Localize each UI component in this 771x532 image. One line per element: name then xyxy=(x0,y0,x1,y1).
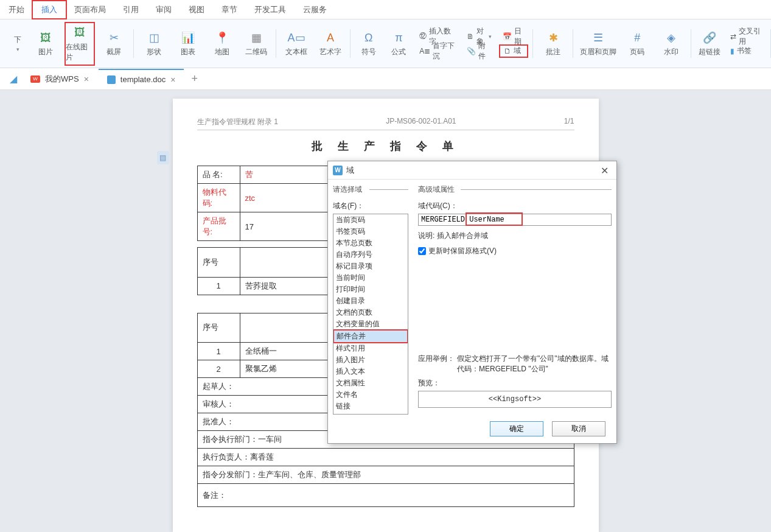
advanced-label: 高级域属性 xyxy=(418,184,612,195)
field-list-item[interactable]: 本节总页数 xyxy=(333,237,408,249)
cancel-button[interactable]: 取消 xyxy=(552,421,605,436)
field-list-item[interactable]: 当前页码 xyxy=(333,214,408,226)
comment-icon: ✱ xyxy=(545,30,561,46)
tab-mywps[interactable]: W 我的WPS × xyxy=(22,69,97,89)
shapes-icon: ◫ xyxy=(146,30,162,46)
ok-button[interactable]: 确定 xyxy=(490,421,543,436)
field-list-item[interactable]: 邮件合并 xyxy=(333,329,408,343)
new-tab-button[interactable]: + xyxy=(185,72,204,85)
ribbon-dropcap[interactable]: A≣首字下沉 xyxy=(416,44,459,58)
menu-insert[interactable]: 插入 xyxy=(32,0,67,19)
menu-cloud[interactable]: 云服务 xyxy=(295,0,335,19)
ribbon-symbol[interactable]: Ω符号 xyxy=(355,22,382,66)
ribbon-online-picture[interactable]: 🖼在线图片 xyxy=(65,22,95,66)
field-list-item[interactable]: 文档的页数 xyxy=(333,307,408,318)
close-icon[interactable]: × xyxy=(170,75,175,85)
wps-w-icon: W xyxy=(333,166,343,175)
ribbon-field[interactable]: 🗋域 xyxy=(499,44,528,58)
field-list-item[interactable]: 书签页码 xyxy=(333,226,408,237)
doc-icon xyxy=(107,75,116,84)
field-list-item[interactable]: 打印时间 xyxy=(333,284,408,295)
ribbon-pagenum[interactable]: #页码 xyxy=(622,22,652,66)
pagenum-icon: # xyxy=(629,30,645,46)
dialog-close-button[interactable]: ✕ xyxy=(601,165,612,176)
outline-icon[interactable]: ▤ xyxy=(157,151,169,164)
bookmark-icon: ▮ xyxy=(730,47,734,55)
description-label: 说明: 插入邮件合并域 xyxy=(418,231,612,241)
field-list-item[interactable]: 链接 xyxy=(333,401,408,412)
ribbon-comment[interactable]: ✱批注 xyxy=(538,22,568,66)
field-dialog: W 域 ✕ 请选择域 域名(F)： 当前页码书签页码本节总页数自动序列号标记目录… xyxy=(327,161,617,444)
menu-start[interactable]: 开始 xyxy=(0,0,33,19)
field-icon: 🗋 xyxy=(504,47,511,55)
wordart-icon: A xyxy=(323,30,338,46)
ribbon-map[interactable]: 📍地图 xyxy=(207,22,237,66)
ribbon-chart[interactable]: 📊图表 xyxy=(173,22,203,66)
field-list-item[interactable]: 样式引用 xyxy=(333,343,408,354)
ribbon-attachment[interactable]: 📎附件 xyxy=(463,44,495,58)
page-header: 生产指令管理规程 附录 1 JP-MS06-002-01.A01 1/1 xyxy=(197,117,574,130)
ribbon-down[interactable]: 下▾ xyxy=(9,22,27,66)
field-list-item[interactable]: 文档属性 xyxy=(333,377,408,389)
tab-template-doc[interactable]: template.doc × xyxy=(99,69,184,89)
ribbon-screenshot[interactable]: ✂截屏 xyxy=(99,22,129,66)
document-title: 批 生 产 指 令 单 xyxy=(197,139,574,153)
field-list-item[interactable]: 当前时间 xyxy=(333,272,408,284)
ribbon-picture[interactable]: 🖼图片 xyxy=(30,22,61,66)
close-icon[interactable]: × xyxy=(84,74,89,84)
menu-view[interactable]: 视图 xyxy=(180,0,213,19)
fieldname-label: 域名(F)： xyxy=(333,201,408,211)
header-footer-icon: ☰ xyxy=(590,30,606,46)
dialog-titlebar[interactable]: W 域 ✕ xyxy=(328,161,616,180)
field-list-item[interactable]: 创建目录 xyxy=(333,295,408,307)
scissors-icon: ✂ xyxy=(106,30,122,46)
ribbon-header-footer[interactable]: ☰页眉和页脚 xyxy=(578,22,618,66)
menu-reference[interactable]: 引用 xyxy=(114,0,147,19)
menu-bar: 开始 插入 页面布局 引用 审阅 视图 章节 开发工具 云服务 xyxy=(0,0,771,19)
example-label: 应用举例： xyxy=(418,354,455,374)
ribbon-bookmark[interactable]: ▮书签 xyxy=(727,44,766,58)
ribbon-shape[interactable]: ◫形状 xyxy=(139,22,169,66)
menu-chapter[interactable]: 章节 xyxy=(213,0,246,19)
calendar-icon: 📅 xyxy=(503,32,512,41)
ribbon-hyperlink[interactable]: 🔗超链接 xyxy=(696,22,723,66)
ribbon-watermark[interactable]: ◈水印 xyxy=(656,22,686,66)
field-listbox[interactable]: 当前页码书签页码本节总页数自动序列号标记目录项当前时间打印时间创建目录文档的页数… xyxy=(333,214,408,415)
ribbon-textbox[interactable]: A▭文本框 xyxy=(281,22,312,66)
ribbon-qr[interactable]: ▦二维码 xyxy=(241,22,271,66)
field-code-input[interactable] xyxy=(418,214,612,226)
quick-access-icon[interactable]: ◢ xyxy=(6,73,21,85)
qr-icon: ▦ xyxy=(248,30,264,46)
pi-icon: π xyxy=(391,30,406,46)
field-list-item[interactable]: 文档变量的值 xyxy=(333,318,408,330)
preview-box: <<Kingsoft>> xyxy=(418,391,612,408)
field-list-item[interactable]: 文件名 xyxy=(333,389,408,401)
preserve-format-checkbox[interactable] xyxy=(418,247,426,255)
menu-review[interactable]: 审阅 xyxy=(147,0,180,19)
object-icon: 🗎 xyxy=(467,32,474,41)
select-field-label: 请选择域 xyxy=(333,184,408,195)
field-list-item[interactable]: 标记目录项 xyxy=(333,261,408,272)
ribbon: 下▾ 🖼图片 🖼在线图片 ✂截屏 ◫形状 📊图表 📍地图 ▦二维码 A▭文本框 … xyxy=(0,19,771,68)
field-list-item[interactable]: 插入图片 xyxy=(333,354,408,366)
online-picture-icon: 🖼 xyxy=(72,25,88,41)
menu-layout[interactable]: 页面布局 xyxy=(66,0,114,19)
ribbon-wordart[interactable]: A艺术字 xyxy=(315,22,346,66)
paperclip-icon: 📎 xyxy=(467,47,476,55)
omega-icon: Ω xyxy=(361,30,377,46)
dropcap-icon: A≣ xyxy=(419,47,430,55)
field-list-item[interactable]: 插入文本 xyxy=(333,366,408,377)
ribbon-date[interactable]: 📅日期 xyxy=(499,30,528,43)
crossref-icon: ⇄ xyxy=(730,32,736,41)
preserve-format-label: 更新时保留原格式(V) xyxy=(428,246,497,256)
picture-icon: 🖼 xyxy=(38,30,54,46)
map-icon: 📍 xyxy=(214,30,230,46)
dialog-title: 域 xyxy=(346,165,354,176)
ribbon-formula[interactable]: π公式 xyxy=(386,22,413,66)
field-list-item[interactable]: 自动序列号 xyxy=(333,249,408,261)
number-icon: ⑫ xyxy=(419,31,427,41)
chart-icon: 📊 xyxy=(180,30,196,46)
code-label: 域代码(C)： xyxy=(418,201,612,211)
ribbon-cross-ref[interactable]: ⇄交叉引用 xyxy=(727,30,766,43)
menu-devtools[interactable]: 开发工具 xyxy=(246,0,295,19)
